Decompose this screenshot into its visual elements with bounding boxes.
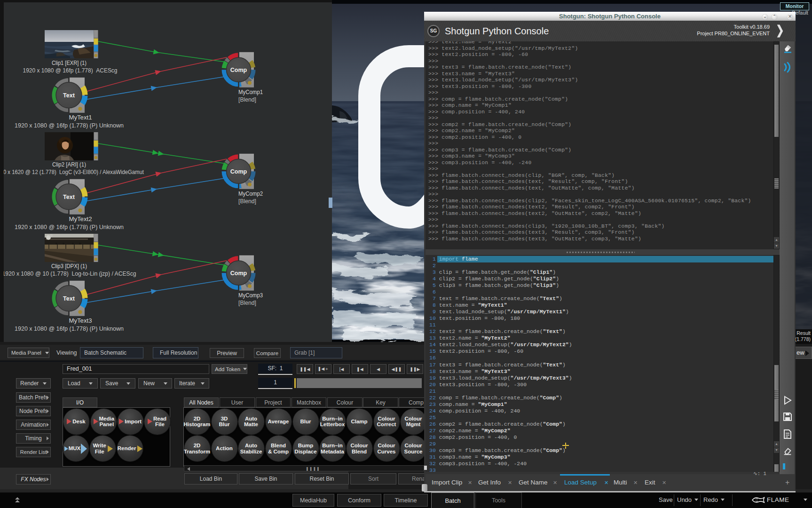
svg-text:[Blend]: [Blend] xyxy=(238,299,256,306)
svg-text:MyComp2: MyComp2 xyxy=(238,190,263,197)
svg-text:1920 x 1080 @ 16fp (1.778) AC: 1920 x 1080 @ 16fp (1.778) ACEScg xyxy=(23,67,118,74)
svg-text:1920 x 1080 @ 16fp (1.778) (P): 1920 x 1080 @ 16fp (1.778) (P) Unknown xyxy=(15,325,124,332)
svg-text:1920 x 1080 @ 10 (1.778) Log-: 1920 x 1080 @ 10 (1.778) Log-to-Lin (jzp… xyxy=(4,270,136,277)
svg-text:[Blend]: [Blend] xyxy=(238,96,256,103)
svg-text:1920 x 1080 @ 16fp (1.778) (P): 1920 x 1080 @ 16fp (1.778) (P) Unknown xyxy=(15,224,124,230)
svg-text:[Blend]: [Blend] xyxy=(238,198,256,205)
svg-text:Clip1 [EXR] (1): Clip1 [EXR] (1) xyxy=(52,59,87,66)
svg-text:2880 x 1620 @ 12 (1.778) LogC: 2880 x 1620 @ 12 (1.778) LogC (v3-EI800)… xyxy=(4,169,144,175)
svg-text:MyText2: MyText2 xyxy=(69,215,92,222)
svg-text:Clip2 [ARI] (1): Clip2 [ARI] (1) xyxy=(52,161,86,168)
svg-text:Clip3 [DPX] (1): Clip3 [DPX] (1) xyxy=(51,262,87,270)
svg-text:MyText1: MyText1 xyxy=(69,114,92,121)
svg-text:MyComp3: MyComp3 xyxy=(238,292,263,299)
svg-text:MyText3: MyText3 xyxy=(69,317,92,324)
svg-text:MyComp1: MyComp1 xyxy=(238,88,263,95)
svg-text:1920 x 1080 @ 16fp (1.778) (P): 1920 x 1080 @ 16fp (1.778) (P) Unknown xyxy=(15,122,124,129)
